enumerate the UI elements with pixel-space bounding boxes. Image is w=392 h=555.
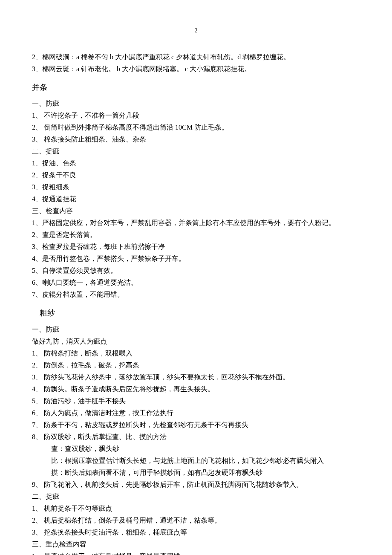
doc-line: 2、查是否定长落筒。 [32,229,360,241]
doc-line: 4、 防飘头。断条子造成断头后应先将纱拢起，再生头接头。 [32,383,360,395]
subheading: 二、捉疵 [32,491,360,503]
doc-line: 查：查双股纱，飘头纱 [51,443,360,455]
doc-line: 3、 挖条换条接头时捉油污条，粗细条，桶底疵点等 [32,526,360,538]
section-title-cs: 粗纱 [40,306,360,320]
subheading: 二、捉疵 [32,145,360,157]
doc-line: 9、 防飞花附入，机前接头后，先提隔纱板后开车，防止机面及托脚两面飞花随纱条带入… [32,479,360,491]
doc-line: 6、 防人为疵点，做清洁时注意，按工作法执行 [32,407,360,419]
doc-line: 3、棉网云斑：a 针布老化。 b 大小漏底网眼堵塞。 c 大小漏底积花挂花。 [32,63,360,75]
doc-line: 3、检查罗拉是否缠花，每班下班前揩擦干净 [32,241,360,253]
subheading: 一、防疵 [32,324,360,335]
doc-line: 7、皮辊分档放置，不能用错。 [32,289,360,301]
doc-line: 1、严格固定供应，对台对车号，严禁乱用容器，并条筒上除有本车应使用的车号外，要有… [32,217,360,229]
doc-line: 1、捉油、色条 [32,157,360,169]
doc-line: 2、捉条干不良 [32,169,360,181]
subheading: 三、重点检查内容 [32,538,360,550]
doc-line: 2、棉网破洞：a 棉卷不匀 b 大小漏底严重积花 c 夕林道夫针布轧伤。d 剥棉… [32,51,360,63]
doc-line: 4、捉通道挂花 [32,193,360,205]
doc-line: 2、 机后捉棉条打结，倒条子及桶号用错，通道不洁，粘条等。 [32,515,360,526]
doc-line: 5、自停装置必须灵敏有效。 [32,265,360,277]
doc-line: 2、 防倒条，拉毛条，破条，挖高条 [32,359,360,371]
doc-line: 7、 防条干不匀，粘皮辊或罗拉断头时，先检查邻纱有无条干不匀再接头 [32,419,360,431]
doc-line: 6、喇叭口要统一，各通道要光洁。 [32,277,360,289]
doc-line: 3、 防纱头飞花带入纱条中，落纱放置车顶，纱头不要拖太长，回花纱头不拖在外面。 [32,371,360,383]
doc-line: 1、 不许挖条子，不准将一筒分几段 [32,110,360,121]
doc-line: 8、 防双股纱，断头后掌握查、比、摸的方法 [32,431,360,443]
doc-line: 4、是否用竹签包卷，严禁搭头，严禁缺条子开车。 [32,253,360,265]
doc-line: 1、 是否对台供应，对车号对桶号，容器是否用错 [32,550,360,555]
subheading: 一、防疵 [32,98,360,110]
doc-line: 比：根据压掌位置估计断头长短，与龙筋上地面上的飞花相比，如飞花少邻纱必有飘头附入 [51,455,360,467]
doc-line: 做好九防，消灭人为疵点 [32,335,360,347]
doc-line: 3、捉粗细条 [32,181,360,193]
doc-line: 5、 防油污纱，油手脏手不接头 [32,395,360,407]
subheading: 三、检查内容 [32,205,360,217]
header-rule [32,39,360,39]
doc-line: 1、 防棉条打结，断条，双根喂入 [32,347,360,359]
doc-line: 2、 倒筒时做到外排筒子棉条高度不得超出筒沿 10CM 防止毛条。 [32,121,360,133]
doc-line: 摸：断头后如表面看不清，可用手轻摸纱面，如有凸起发硬即有飘头纱 [51,467,360,479]
page-number: 2 [32,26,360,36]
section-title-bt: 并条 [32,81,360,95]
doc-line: 1、 机前捉条干不匀等疵点 [32,503,360,515]
doc-line: 3、 棉条接头防止粗细条、油条、杂条 [32,133,360,145]
